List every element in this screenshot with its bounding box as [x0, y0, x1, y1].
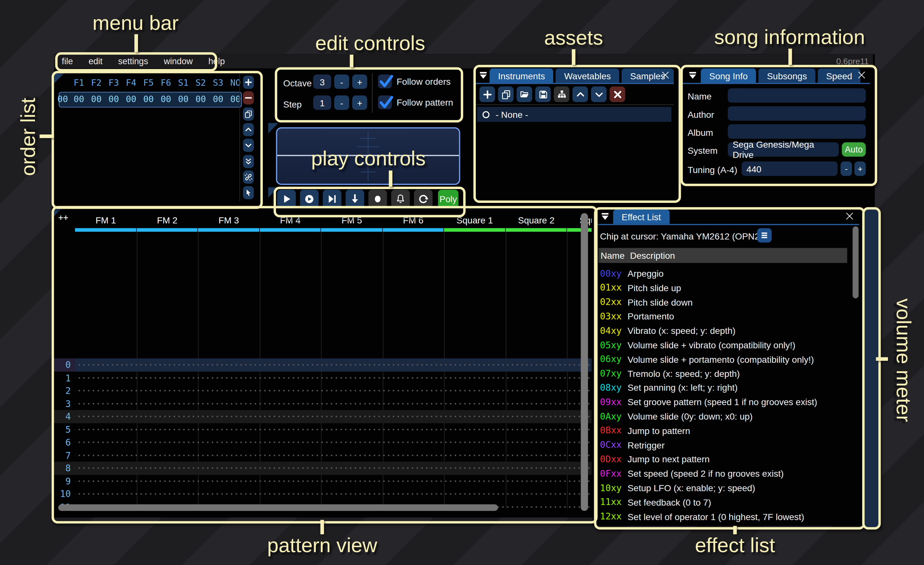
- order-cell[interactable]: 00: [123, 95, 140, 104]
- pattern-row[interactable]: 1: [53, 371, 592, 384]
- system-auto-button[interactable]: Auto: [842, 142, 866, 157]
- effect-row[interactable]: 02xxPitch slide down: [600, 295, 847, 309]
- move-order-up-button[interactable]: [243, 123, 254, 136]
- effect-row[interactable]: 03xxPortamento: [600, 310, 847, 323]
- follow-pattern-checkbox[interactable]: [378, 95, 392, 109]
- pattern-horizontal-scrollbar[interactable]: [58, 504, 498, 511]
- step-value[interactable]: 1: [313, 95, 331, 110]
- order-cell[interactable]: 00: [70, 95, 88, 104]
- tuning-decrement-button[interactable]: -: [841, 161, 852, 176]
- effect-row[interactable]: 10xySetup LFO (x: enable; y: speed): [600, 481, 847, 495]
- step-one-row-button[interactable]: [345, 190, 364, 208]
- move-order-down-button[interactable]: [243, 139, 254, 152]
- effect-row[interactable]: 05xyVolume slide + vibrato (compatibilit…: [600, 338, 847, 352]
- song-album-input[interactable]: [728, 124, 866, 139]
- channel-header-fm-2[interactable]: FM 2: [136, 215, 198, 226]
- effect-row[interactable]: 01xxPitch slide up: [600, 281, 847, 295]
- add-order-button[interactable]: [243, 76, 254, 89]
- step-increment-button[interactable]: +: [352, 95, 368, 110]
- record-button[interactable]: [368, 190, 387, 208]
- tab-effect-list[interactable]: Effect List: [613, 210, 669, 224]
- effect-row[interactable]: 0CxxRetrigger: [600, 438, 847, 452]
- effect-row[interactable]: 00xyArpeggio: [600, 266, 847, 280]
- pattern-row[interactable]: 5: [53, 423, 592, 436]
- tuning-input[interactable]: 440: [741, 161, 837, 176]
- channel-header-fm-6[interactable]: FM 6: [382, 215, 444, 226]
- tab-wavetables[interactable]: Wavetables: [556, 68, 619, 83]
- remove-order-button[interactable]: [243, 92, 254, 105]
- order-cell[interactable]: 00: [157, 95, 174, 104]
- move-order-to-end-button[interactable]: [243, 155, 254, 168]
- menu-file[interactable]: file: [54, 57, 81, 66]
- add-asset-button[interactable]: [479, 86, 495, 102]
- collapse-icon[interactable]: [598, 210, 611, 223]
- channel-header-fm-5[interactable]: FM 5: [321, 215, 383, 226]
- order-cell[interactable]: 00: [227, 95, 244, 104]
- close-icon[interactable]: [843, 210, 855, 222]
- pattern-row[interactable]: 2: [53, 384, 592, 397]
- pattern-row[interactable]: 7: [53, 449, 592, 461]
- repeat-pattern-button[interactable]: [414, 190, 432, 208]
- effect-row[interactable]: 0DxxJump to next pattern: [600, 452, 847, 466]
- effect-row[interactable]: 09xxSet groove pattern (speed 1 if no gr…: [600, 395, 847, 409]
- system-select[interactable]: Sega Genesis/Mega Drive: [728, 142, 838, 157]
- pattern-row[interactable]: 8: [53, 461, 592, 475]
- pattern-vertical-scrollbar[interactable]: [581, 213, 588, 511]
- close-icon[interactable]: [856, 69, 867, 81]
- effect-row[interactable]: 04xyVibrato (x: speed; y: depth): [600, 324, 847, 337]
- tab-subsongs[interactable]: Subsongs: [759, 68, 815, 83]
- pattern-row[interactable]: 10: [53, 488, 592, 500]
- pattern-row[interactable]: 3: [53, 397, 592, 410]
- collapse-icon[interactable]: [686, 68, 699, 81]
- pattern-row[interactable]: 9: [53, 475, 592, 487]
- channel-header-square-2[interactable]: Square 2: [506, 215, 567, 226]
- play-button[interactable]: [277, 190, 296, 208]
- order-edit-mode-button[interactable]: [243, 186, 254, 199]
- close-icon[interactable]: [659, 69, 671, 81]
- pattern-row[interactable]: 0: [53, 358, 592, 371]
- menu-help[interactable]: help: [201, 57, 232, 66]
- collapse-icon[interactable]: [478, 68, 488, 81]
- open-asset-button[interactable]: [516, 86, 532, 102]
- delete-asset-button[interactable]: [610, 86, 625, 102]
- tab-speed[interactable]: Speed: [818, 68, 861, 83]
- effect-row[interactable]: 0FxxSet speed (speed 2 if no grooves exi…: [600, 466, 847, 480]
- channel-header-square-1[interactable]: Square 1: [444, 215, 506, 226]
- instrument-list-item[interactable]: - None -: [477, 107, 672, 122]
- move-down-asset-button[interactable]: [591, 86, 607, 102]
- effect-row[interactable]: 11xxSet feedback (0 to 7): [600, 495, 847, 509]
- organize-asset-button[interactable]: [554, 86, 570, 102]
- order-cell[interactable]: 00: [210, 95, 227, 104]
- deep-clone-order-button[interactable]: [243, 170, 254, 183]
- metronome-button[interactable]: [391, 190, 410, 208]
- pattern-row[interactable]: 6: [53, 436, 592, 449]
- order-cell[interactable]: 00: [174, 95, 192, 104]
- effect-row[interactable]: 06xyVolume slide + portamento (compatibi…: [600, 352, 847, 366]
- effect-table-header[interactable]: Name Description: [598, 248, 847, 263]
- duplicate-asset-button[interactable]: [498, 86, 514, 102]
- follow-orders-checkbox[interactable]: [378, 75, 392, 88]
- tab-song-info[interactable]: Song Info: [701, 68, 756, 83]
- channel-header-fm-4[interactable]: FM 4: [260, 215, 321, 226]
- effect-row[interactable]: 07xyTremolo (x: speed; y: depth): [600, 367, 847, 380]
- save-asset-button[interactable]: [535, 86, 551, 102]
- pattern-row[interactable]: 4: [53, 410, 592, 423]
- order-cell[interactable]: 00: [192, 95, 209, 104]
- tuning-increment-button[interactable]: +: [854, 161, 866, 176]
- menu-window[interactable]: window: [156, 57, 201, 66]
- order-cell[interactable]: 00: [88, 95, 105, 104]
- menu-edit[interactable]: edit: [81, 57, 110, 66]
- duplicate-order-button[interactable]: [243, 107, 254, 120]
- octave-value[interactable]: 3: [313, 75, 331, 89]
- channel-header-fm-3[interactable]: FM 3: [198, 215, 260, 226]
- order-cell[interactable]: 00: [105, 95, 122, 104]
- menu-settings[interactable]: settings: [110, 57, 156, 66]
- play-one-row-button[interactable]: [323, 190, 341, 208]
- effect-row[interactable]: 12xxSet level of operator 1 (0 highest, …: [600, 509, 847, 523]
- octave-increment-button[interactable]: +: [352, 75, 368, 89]
- channel-header-fm-1[interactable]: FM 1: [75, 215, 136, 226]
- step-decrement-button[interactable]: -: [334, 95, 350, 110]
- effect-row[interactable]: 0AxyVolume slide (0y: down; x0: up): [600, 409, 847, 423]
- order-cell[interactable]: 00: [140, 95, 157, 104]
- effect-row[interactable]: 0BxxJump to pattern: [600, 424, 847, 437]
